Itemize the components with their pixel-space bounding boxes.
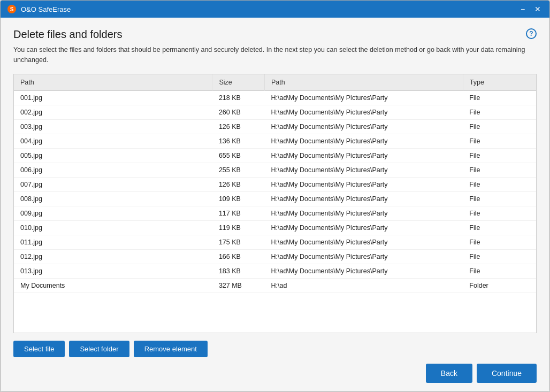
table-row[interactable]: 010.jpg119 KBH:\ad\My Documents\My Pictu… <box>14 220 536 235</box>
cell-name: 009.jpg <box>14 206 212 220</box>
cell-path: H:\ad\My Documents\My Pictures\Party <box>264 119 463 134</box>
file-table-container: Path Size Path Type 001.jpg218 KBH:\ad\M… <box>13 74 537 334</box>
table-row[interactable]: My Documents327 MBH:\adFolder <box>14 278 536 293</box>
cell-type: File <box>463 264 536 278</box>
table-row[interactable]: 005.jpg655 KBH:\ad\My Documents\My Pictu… <box>14 148 536 163</box>
cell-path: H:\ad\My Documents\My Pictures\Party <box>264 220 463 235</box>
action-buttons: Select file Select folder Remove element <box>13 341 537 357</box>
table-row[interactable]: 013.jpg183 KBH:\ad\My Documents\My Pictu… <box>14 264 536 278</box>
cell-type: File <box>463 249 536 264</box>
cell-size: 655 KB <box>212 148 265 163</box>
minimize-button[interactable]: − <box>517 4 528 14</box>
cell-name: 011.jpg <box>14 235 212 249</box>
bottom-section: Select file Select folder Remove element… <box>13 341 537 383</box>
cell-type: File <box>463 235 536 249</box>
cell-name: 013.jpg <box>14 264 212 278</box>
continue-button[interactable]: Continue <box>477 364 537 383</box>
cell-path: H:\ad\My Documents\My Pictures\Party <box>264 264 463 278</box>
cell-name: 004.jpg <box>14 134 212 148</box>
cell-path: H:\ad\My Documents\My Pictures\Party <box>264 191 463 206</box>
col-header-size: Size <box>212 74 265 91</box>
table-row[interactable]: 001.jpg218 KBH:\ad\My Documents\My Pictu… <box>14 90 536 105</box>
cell-name: 010.jpg <box>14 220 212 235</box>
cell-size: 126 KB <box>212 177 265 191</box>
table-row[interactable]: 006.jpg255 KBH:\ad\My Documents\My Pictu… <box>14 163 536 177</box>
cell-path: H:\ad\My Documents\My Pictures\Party <box>264 148 463 163</box>
window-controls: − ✕ <box>517 4 543 14</box>
cell-name: 008.jpg <box>14 191 212 206</box>
cell-name: 001.jpg <box>14 90 212 105</box>
cell-path: H:\ad\My Documents\My Pictures\Party <box>264 206 463 220</box>
cell-name: 005.jpg <box>14 148 212 163</box>
cell-size: 175 KB <box>212 235 265 249</box>
col-header-path: Path <box>264 74 463 91</box>
cell-size: 166 KB <box>212 249 265 264</box>
cell-path: H:\ad\My Documents\My Pictures\Party <box>264 177 463 191</box>
cell-path: H:\ad\My Documents\My Pictures\Party <box>264 235 463 249</box>
page-header: Delete files and folders ? <box>13 28 537 41</box>
cell-size: 109 KB <box>212 191 265 206</box>
table-row[interactable]: 009.jpg117 KBH:\ad\My Documents\My Pictu… <box>14 206 536 220</box>
page-title: Delete files and folders <box>13 28 122 41</box>
col-header-name: Path <box>14 74 212 91</box>
cell-path: H:\ad\My Documents\My Pictures\Party <box>264 134 463 148</box>
cell-type: File <box>463 163 536 177</box>
cell-name: 007.jpg <box>14 177 212 191</box>
table-row[interactable]: 012.jpg166 KBH:\ad\My Documents\My Pictu… <box>14 249 536 264</box>
cell-path: H:\ad\My Documents\My Pictures\Party <box>264 90 463 105</box>
help-icon[interactable]: ? <box>526 28 537 39</box>
cell-type: File <box>463 90 536 105</box>
select-file-button[interactable]: Select file <box>13 341 65 357</box>
cell-path: H:\ad <box>264 278 463 293</box>
titlebar: S O&O SafeErase − ✕ <box>1 1 549 18</box>
cell-type: File <box>463 191 536 206</box>
cell-type: File <box>463 119 536 134</box>
select-folder-button[interactable]: Select folder <box>69 341 129 357</box>
table-row[interactable]: 008.jpg109 KBH:\ad\My Documents\My Pictu… <box>14 191 536 206</box>
table-row[interactable]: 003.jpg126 KBH:\ad\My Documents\My Pictu… <box>14 119 536 134</box>
cell-type: File <box>463 220 536 235</box>
table-row[interactable]: 007.jpg126 KBH:\ad\My Documents\My Pictu… <box>14 177 536 191</box>
cell-type: File <box>463 206 536 220</box>
table-row[interactable]: 002.jpg260 KBH:\ad\My Documents\My Pictu… <box>14 105 536 119</box>
cell-type: File <box>463 105 536 119</box>
cell-size: 126 KB <box>212 119 265 134</box>
cell-size: 260 KB <box>212 105 265 119</box>
cell-name: 002.jpg <box>14 105 212 119</box>
close-button[interactable]: ✕ <box>532 4 543 14</box>
cell-size: 119 KB <box>212 220 265 235</box>
app-icon: S <box>7 4 17 14</box>
cell-path: H:\ad\My Documents\My Pictures\Party <box>264 105 463 119</box>
cell-size: 255 KB <box>212 163 265 177</box>
cell-path: H:\ad\My Documents\My Pictures\Party <box>264 249 463 264</box>
cell-name: My Documents <box>14 278 212 293</box>
svg-text:S: S <box>10 6 14 12</box>
cell-name: 012.jpg <box>14 249 212 264</box>
cell-name: 003.jpg <box>14 119 212 134</box>
main-window: S O&O SafeErase − ✕ Delete files and fol… <box>0 0 550 392</box>
cell-type: Folder <box>463 278 536 293</box>
remove-element-button[interactable]: Remove element <box>134 341 208 357</box>
app-title: O&O SafeErase <box>21 5 517 13</box>
nav-buttons: Back Continue <box>13 364 537 383</box>
cell-name: 006.jpg <box>14 163 212 177</box>
cell-size: 327 MB <box>212 278 265 293</box>
table-row[interactable]: 004.jpg136 KBH:\ad\My Documents\My Pictu… <box>14 134 536 148</box>
cell-type: File <box>463 134 536 148</box>
col-header-type: Type <box>463 74 536 91</box>
table-header: Path Size Path Type <box>14 74 536 91</box>
main-content: Delete files and folders ? You can selec… <box>1 18 549 391</box>
page-description: You can select the files and folders tha… <box>13 45 537 65</box>
table-row[interactable]: 011.jpg175 KBH:\ad\My Documents\My Pictu… <box>14 235 536 249</box>
cell-size: 136 KB <box>212 134 265 148</box>
table-body: 001.jpg218 KBH:\ad\My Documents\My Pictu… <box>14 90 536 293</box>
back-button[interactable]: Back <box>426 364 472 383</box>
cell-size: 218 KB <box>212 90 265 105</box>
cell-type: File <box>463 177 536 191</box>
cell-size: 117 KB <box>212 206 265 220</box>
table-header-row: Path Size Path Type <box>14 74 536 91</box>
file-table: Path Size Path Type 001.jpg218 KBH:\ad\M… <box>14 74 536 293</box>
cell-type: File <box>463 148 536 163</box>
cell-path: H:\ad\My Documents\My Pictures\Party <box>264 163 463 177</box>
cell-size: 183 KB <box>212 264 265 278</box>
